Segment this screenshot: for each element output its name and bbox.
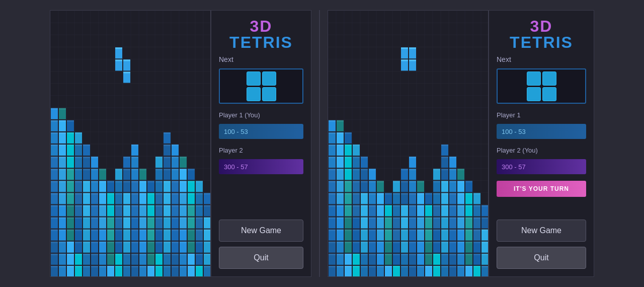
side-panel-2: 3D TETRIS Next Player 1 100 - 53 Player … [489,10,594,277]
title-tetris-1: TETRIS [229,34,293,50]
next-cell [527,71,541,86]
new-game-button-1[interactable]: New Game [219,220,303,242]
game-instance-2: 3D TETRIS Next Player 1 100 - 53 Player … [328,10,594,277]
player1-score-2: 100 - 53 [497,124,586,139]
board-1 [50,10,211,277]
next-cell [542,71,556,86]
quit-button-1[interactable]: Quit [219,247,303,269]
board-2 [328,10,489,277]
next-cell [262,71,276,86]
divider [319,10,320,277]
next-cell [247,71,261,86]
next-cell [542,87,556,101]
game-wrapper: 3D TETRIS Next Player 1 (You) 100 - 53 P… [0,0,644,287]
player2-score-2: 300 - 57 [497,159,586,174]
title-block-2: 3D TETRIS [510,18,573,50]
title-tetris-2: TETRIS [510,34,573,50]
player2-score-1: 300 - 57 [219,159,303,174]
new-game-button-2[interactable]: New Game [497,220,586,242]
player1-label-1: Player 1 (You) [219,111,260,119]
side-panel-1: 3D TETRIS Next Player 1 (You) 100 - 53 P… [211,10,311,277]
game-instance-1: 3D TETRIS Next Player 1 (You) 100 - 53 P… [50,10,311,277]
title-3d-1: 3D [229,18,293,34]
player2-label-2: Player 2 (You) [497,147,538,154]
next-cell [247,87,261,101]
quit-button-2[interactable]: Quit [497,247,586,269]
next-label-1: Next [219,55,233,63]
player1-score-1: 100 - 53 [219,124,303,139]
player2-label-1: Player 2 [219,147,243,154]
next-label-2: Next [497,55,511,63]
next-piece-1 [247,71,276,101]
your-turn-bar: IT'S YOUR TURN [497,181,586,197]
title-3d-2: 3D [510,18,573,34]
title-block-1: 3D TETRIS [229,18,293,50]
next-preview-2 [497,68,586,104]
player1-label-2: Player 1 [497,111,521,119]
next-cell [262,87,276,101]
next-cell [527,87,541,101]
next-piece-2 [527,71,556,101]
next-preview-1 [219,68,303,104]
